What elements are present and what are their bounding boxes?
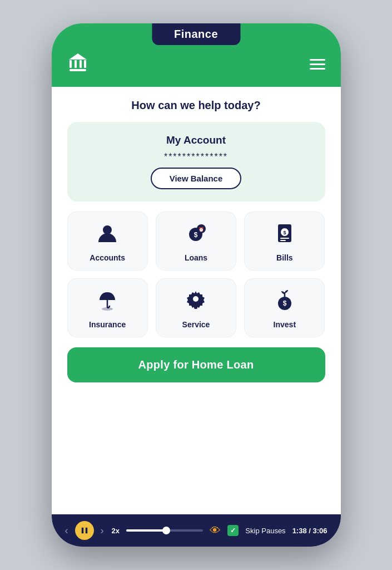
- svg-rect-20: [194, 304, 197, 309]
- svg-marker-5: [69, 53, 87, 60]
- svg-point-19: [193, 296, 199, 302]
- loans-label: Loans: [185, 253, 207, 262]
- service-item-service[interactable]: Service: [156, 278, 236, 337]
- insurance-icon: [96, 289, 118, 315]
- skip-pauses-checkbox[interactable]: ✓: [227, 525, 239, 536]
- svg-rect-15: [280, 240, 286, 241]
- account-masked-number: **************: [164, 152, 228, 162]
- insurance-label: Insurance: [89, 320, 126, 329]
- progress-thumb: [162, 527, 170, 534]
- eye-icon: 👁: [210, 524, 221, 537]
- loans-icon: $ ⏰: [185, 222, 207, 248]
- bills-label: Bills: [276, 253, 293, 262]
- play-pause-button[interactable]: [75, 521, 94, 540]
- progress-track[interactable]: [126, 529, 203, 532]
- view-balance-button[interactable]: View Balance: [151, 168, 242, 189]
- speed-label: 2x: [112, 527, 120, 535]
- invest-icon: $: [274, 289, 296, 315]
- service-icon: [185, 289, 207, 315]
- bank-icon: [67, 51, 88, 77]
- invest-label: Invest: [274, 320, 296, 329]
- service-item-accounts[interactable]: Accounts: [67, 212, 148, 271]
- svg-rect-24: [81, 528, 83, 534]
- accounts-label: Accounts: [90, 253, 125, 262]
- skip-pauses-label: Skip Pauses: [245, 527, 285, 535]
- service-label: Service: [182, 320, 210, 329]
- accounts-icon: [96, 222, 118, 248]
- previous-button[interactable]: ‹: [65, 525, 68, 537]
- svg-text:⏰: ⏰: [199, 227, 204, 232]
- service-item-insurance[interactable]: Insurance: [67, 278, 148, 337]
- main-content: How can we help today? My Account ******…: [52, 87, 341, 514]
- svg-rect-25: [85, 528, 87, 534]
- svg-point-17: [102, 307, 113, 311]
- service-item-loans[interactable]: $ ⏰ Loans: [156, 212, 236, 271]
- svg-text:$: $: [194, 231, 198, 239]
- apply-home-loan-button[interactable]: Apply for Home Loan: [67, 347, 325, 382]
- svg-rect-1: [70, 60, 72, 68]
- svg-rect-0: [70, 69, 86, 71]
- service-item-invest[interactable]: $ Invest: [244, 278, 325, 337]
- service-item-bills[interactable]: $ Bills: [244, 212, 325, 271]
- svg-text:$: $: [282, 299, 286, 307]
- svg-text:$: $: [283, 230, 286, 235]
- help-title: How can we help today?: [131, 99, 260, 112]
- svg-rect-3: [80, 60, 82, 68]
- svg-rect-4: [84, 60, 86, 68]
- svg-rect-2: [75, 60, 77, 68]
- svg-point-6: [103, 225, 112, 234]
- app-tab-label: Finance: [152, 23, 240, 45]
- services-grid: Accounts $ ⏰ Loans: [67, 212, 325, 337]
- account-title: My Account: [166, 134, 226, 146]
- account-card: My Account ************** View Balance: [67, 122, 325, 202]
- player-bar: ‹ › 2x 👁 ✓ Skip Pauses 1:38 / 3:06: [52, 514, 341, 547]
- progress-fill: [126, 529, 166, 532]
- next-button[interactable]: ›: [101, 525, 104, 537]
- bills-icon: $: [274, 222, 296, 248]
- hamburger-menu-icon[interactable]: [310, 59, 325, 70]
- svg-rect-14: [280, 238, 289, 239]
- time-display: 1:38 / 3:06: [292, 527, 328, 535]
